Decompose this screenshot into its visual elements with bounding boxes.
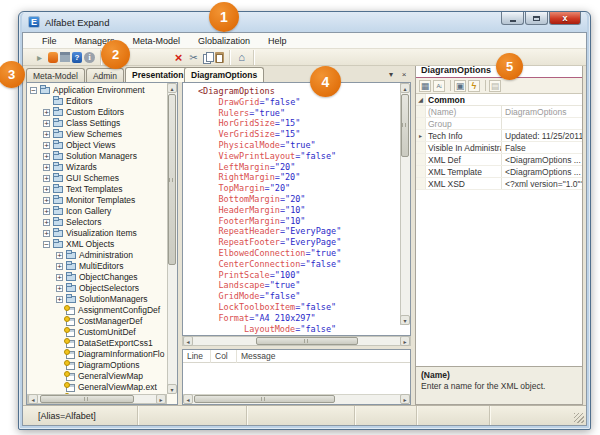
scroll-left-icon[interactable]: ◂ xyxy=(183,336,193,346)
tab-menu-icon[interactable]: ▾ xyxy=(385,68,397,80)
property-expander[interactable] xyxy=(416,178,426,189)
tree-expander[interactable]: + xyxy=(56,252,63,259)
menu-item[interactable]: File xyxy=(33,34,66,48)
property-row[interactable]: XML XSD <?xml version="1.0"?>... xyxy=(416,178,582,190)
scroll-left-icon[interactable]: ◂ xyxy=(183,394,193,404)
tree-item[interactable]: + SolutionManagers xyxy=(28,294,166,305)
maximize-button[interactable] xyxy=(525,12,548,25)
categorized-icon[interactable] xyxy=(419,80,431,92)
help-icon[interactable] xyxy=(72,52,82,63)
tree-expander[interactable]: + xyxy=(43,175,50,182)
tree-item[interactable]: + MultiEditors xyxy=(28,261,166,272)
tree-item[interactable]: − XML Objects xyxy=(28,239,166,250)
property-expander[interactable] xyxy=(416,106,426,117)
save-icon[interactable] xyxy=(60,52,70,62)
menu-item[interactable]: Globalization xyxy=(189,34,259,48)
category-collapse-icon[interactable]: ◢ xyxy=(416,94,426,105)
tree-item[interactable]: DiagramInformationFlo xyxy=(28,349,166,360)
property-expander[interactable] xyxy=(416,166,426,177)
scroll-thumb[interactable] xyxy=(40,395,134,403)
scroll-left-icon[interactable]: ◂ xyxy=(28,394,38,404)
cut-icon[interactable] xyxy=(187,51,200,64)
tree-expander[interactable]: − xyxy=(30,87,37,94)
tree-item[interactable]: + Class Settings xyxy=(28,118,166,129)
tree-expander[interactable]: + xyxy=(43,131,50,138)
tree-item[interactable]: + Icon Gallery xyxy=(28,206,166,217)
alfabet-icon[interactable] xyxy=(48,52,58,63)
home-icon[interactable] xyxy=(235,51,248,64)
tree-item[interactable]: DataSetExportCss1 xyxy=(28,338,166,349)
property-expander[interactable]: ▸ xyxy=(416,130,426,141)
menu-item[interactable]: Meta-Model xyxy=(124,34,190,48)
property-value[interactable] xyxy=(502,118,582,129)
property-expander[interactable] xyxy=(416,142,426,153)
extra-icon[interactable] xyxy=(489,80,501,92)
info-icon[interactable] xyxy=(84,52,95,63)
message-column-header[interactable]: Line xyxy=(183,350,211,363)
scroll-thumb[interactable] xyxy=(401,94,409,157)
scroll-down-icon[interactable]: ▾ xyxy=(400,315,410,325)
tree-item[interactable]: + Visualization Items xyxy=(28,228,166,239)
editor-horizontal-scrollbar[interactable]: ◂ ▸ xyxy=(182,336,411,346)
property-value[interactable]: Updated: 11/25/2011 by xyxy=(502,130,582,141)
tree-expander[interactable]: − xyxy=(43,241,50,248)
scroll-right-icon[interactable]: ▸ xyxy=(156,394,166,404)
copy-icon[interactable] xyxy=(202,52,213,63)
tree-expander[interactable]: + xyxy=(56,285,63,292)
tab-close-icon[interactable]: × xyxy=(398,68,410,80)
tree-expander[interactable]: + xyxy=(43,208,50,215)
property-row[interactable]: (Name) DiagramOptions xyxy=(416,106,582,118)
resize-grip[interactable] xyxy=(574,413,584,423)
events-icon[interactable] xyxy=(468,80,480,92)
tree-item[interactable]: + ObjectChanges xyxy=(28,272,166,283)
tree-expander[interactable]: + xyxy=(43,186,50,193)
property-value[interactable]: <?xml version="1.0"?>... xyxy=(502,178,582,189)
message-column-header[interactable]: Col xyxy=(211,350,237,363)
message-horizontal-scrollbar[interactable]: ◂ ▸ xyxy=(183,394,410,404)
tree-item[interactable]: Editors xyxy=(28,96,166,107)
tree-item[interactable]: + ObjectSelectors xyxy=(28,283,166,294)
title-bar[interactable]: E Alfabet Expand x xyxy=(22,12,587,32)
tree-item[interactable]: DiagramOptions xyxy=(28,360,166,371)
tree-expander[interactable]: + xyxy=(43,219,50,226)
property-value[interactable]: <DiagramOptions ... xyxy=(502,166,582,177)
property-row[interactable]: Group xyxy=(416,118,582,130)
close-button[interactable]: x xyxy=(549,12,581,25)
sort-icon[interactable] xyxy=(433,80,445,92)
tree-expander[interactable]: + xyxy=(43,230,50,237)
tree-expander[interactable]: + xyxy=(56,296,63,303)
scroll-up-icon[interactable]: ▴ xyxy=(167,83,177,93)
tree-item[interactable]: + Text Templates xyxy=(28,184,166,195)
tree-item[interactable]: GeneralViewMap xyxy=(28,371,166,382)
tree-item[interactable]: CustomUnitDef xyxy=(28,327,166,338)
tree-item[interactable]: + Object Views xyxy=(28,140,166,151)
minimize-button[interactable] xyxy=(501,12,524,25)
scroll-thumb[interactable] xyxy=(194,395,335,403)
delete-icon[interactable] xyxy=(172,51,185,64)
tree-item[interactable]: + Monitor Templates xyxy=(28,195,166,206)
property-category[interactable]: ◢ Common xyxy=(416,94,582,106)
pages-icon[interactable] xyxy=(454,80,466,92)
tree-item[interactable]: + Wizards xyxy=(28,162,166,173)
tree-expander[interactable]: + xyxy=(56,263,63,270)
tree-item[interactable]: CostManagerDef xyxy=(28,316,166,327)
scroll-right-icon[interactable]: ▸ xyxy=(400,336,410,346)
tree-expander[interactable]: + xyxy=(43,164,50,171)
left-tab[interactable]: Admin xyxy=(86,68,124,82)
property-row[interactable]: Visible In Administrator False xyxy=(416,142,582,154)
xml-code[interactable]: <DiagramOptions DrawGrid="false"Rulers="… xyxy=(198,86,399,335)
paste-icon[interactable] xyxy=(215,52,224,63)
xml-editor[interactable]: <DiagramOptions DrawGrid="false"Rulers="… xyxy=(182,82,411,336)
xml-editor-tab[interactable]: DiagramOptions xyxy=(184,67,264,82)
scroll-thumb[interactable] xyxy=(168,94,176,265)
tree-expander[interactable]: + xyxy=(56,274,63,281)
tree-item[interactable]: + Solution Managers xyxy=(28,151,166,162)
message-column-header[interactable]: Message xyxy=(237,350,410,363)
property-expander[interactable] xyxy=(416,118,426,129)
property-value[interactable]: <DiagramOptions ... xyxy=(502,154,582,165)
property-row[interactable]: XML Template <DiagramOptions ... xyxy=(416,166,582,178)
scroll-up-icon[interactable]: ▴ xyxy=(400,83,410,93)
tree-expander[interactable]: + xyxy=(43,197,50,204)
tree-item[interactable]: GeneralViewMap.ext xyxy=(28,382,166,393)
tree-expander[interactable]: + xyxy=(43,153,50,160)
